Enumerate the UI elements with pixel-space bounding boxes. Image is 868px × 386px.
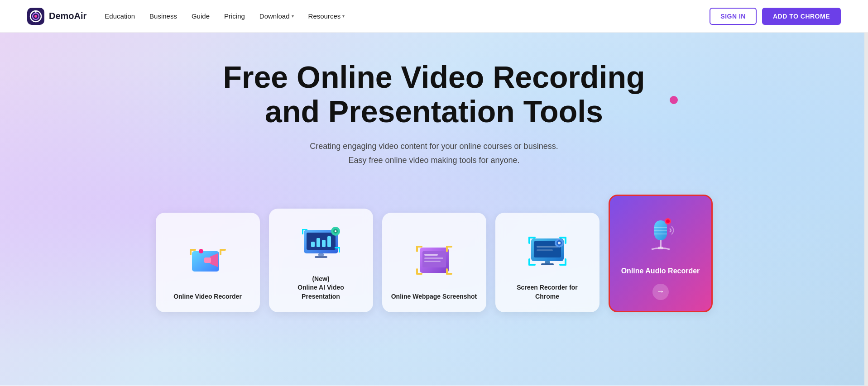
nav-pricing[interactable]: Pricing <box>224 12 245 20</box>
card-screen-recorder[interactable]: Screen Recorder for Chrome <box>495 213 599 312</box>
card-video-label: Online Video Recorder <box>173 292 242 301</box>
svg-point-13 <box>199 249 203 253</box>
svg-rect-57 <box>545 261 550 263</box>
svg-rect-53 <box>559 264 566 266</box>
svg-rect-37 <box>446 246 448 252</box>
card-screenshot-icon <box>409 235 459 285</box>
hero-subtitle: Creating engaging video content for your… <box>310 139 558 167</box>
svg-rect-58 <box>541 263 554 265</box>
svg-rect-20 <box>318 253 324 256</box>
svg-rect-12 <box>204 257 211 263</box>
svg-rect-17 <box>317 238 320 247</box>
cards-row: Online Video Recorder <box>156 195 713 317</box>
svg-rect-39 <box>416 273 422 275</box>
svg-rect-41 <box>446 273 452 275</box>
svg-rect-30 <box>422 251 446 267</box>
svg-rect-51 <box>528 264 536 266</box>
logo-icon <box>27 8 44 25</box>
svg-rect-26 <box>302 229 303 234</box>
svg-point-66 <box>666 219 670 223</box>
scrollbar[interactable] <box>864 0 868 386</box>
logo-text: DemoAir <box>49 11 86 21</box>
svg-rect-16 <box>311 242 315 247</box>
card-screenshot[interactable]: Online Webpage Screenshot <box>382 213 486 312</box>
svg-rect-19 <box>327 236 331 247</box>
card-video-recorder[interactable]: Online Video Recorder <box>156 213 260 312</box>
card-screen-label: Screen Recorder for Chrome <box>504 283 590 301</box>
card-audio-icon <box>636 209 686 259</box>
hero-section: Free Online Video Recording and Presenta… <box>0 33 868 386</box>
svg-rect-49 <box>565 237 566 244</box>
card-ai-presentation[interactable]: (New) Online AI Video Presentation <box>269 209 373 312</box>
svg-point-3 <box>34 15 37 18</box>
svg-rect-44 <box>537 246 558 248</box>
hero-title: Free Online Video Recording and Presenta… <box>223 60 645 129</box>
card-ai-label: (New) Online AI Video Presentation <box>278 275 364 301</box>
nav-business[interactable]: Business <box>149 12 177 20</box>
download-chevron-icon: ▾ <box>292 14 294 19</box>
svg-rect-60 <box>660 239 662 248</box>
nav-actions: SIGN IN ADD TO CHROME <box>710 8 841 25</box>
signin-button[interactable]: SIGN IN <box>710 8 757 25</box>
card-audio-arrow[interactable]: → <box>652 284 669 300</box>
svg-point-56 <box>558 242 561 244</box>
svg-rect-8 <box>190 249 192 255</box>
svg-rect-45 <box>537 249 553 251</box>
card-audio-recorder[interactable]: Online Audio Recorder → <box>609 195 713 312</box>
svg-rect-18 <box>322 240 326 247</box>
card-screen-icon <box>523 226 572 276</box>
svg-rect-32 <box>424 257 443 259</box>
svg-rect-10 <box>220 249 221 255</box>
svg-rect-31 <box>424 254 438 256</box>
svg-rect-28 <box>339 247 340 253</box>
nav-download[interactable]: Download ▾ <box>259 12 294 20</box>
svg-point-24 <box>335 230 336 232</box>
hero-decorative-dot <box>670 96 678 104</box>
nav-resources[interactable]: Resources ▾ <box>308 12 345 20</box>
svg-rect-33 <box>424 261 441 262</box>
svg-rect-15 <box>307 233 336 250</box>
card-ai-icon <box>296 218 346 267</box>
card-screenshot-label: Online Webpage Screenshot <box>391 292 477 301</box>
card-audio-label: Online Audio Recorder <box>621 266 700 276</box>
nav-education[interactable]: Education <box>105 12 135 20</box>
nav-links: Education Business Guide Pricing Downloa… <box>105 12 710 20</box>
svg-rect-35 <box>416 246 418 252</box>
logo-link[interactable]: DemoAir <box>27 8 86 25</box>
navbar: DemoAir Education Business Guide Pricing… <box>0 0 868 33</box>
svg-rect-47 <box>528 237 530 244</box>
add-to-chrome-button[interactable]: ADD TO CHROME <box>762 8 841 25</box>
svg-point-4 <box>35 11 37 13</box>
resources-chevron-icon: ▾ <box>342 14 345 19</box>
card-video-icon <box>183 235 233 285</box>
nav-guide[interactable]: Guide <box>192 12 210 20</box>
svg-rect-21 <box>315 256 327 258</box>
